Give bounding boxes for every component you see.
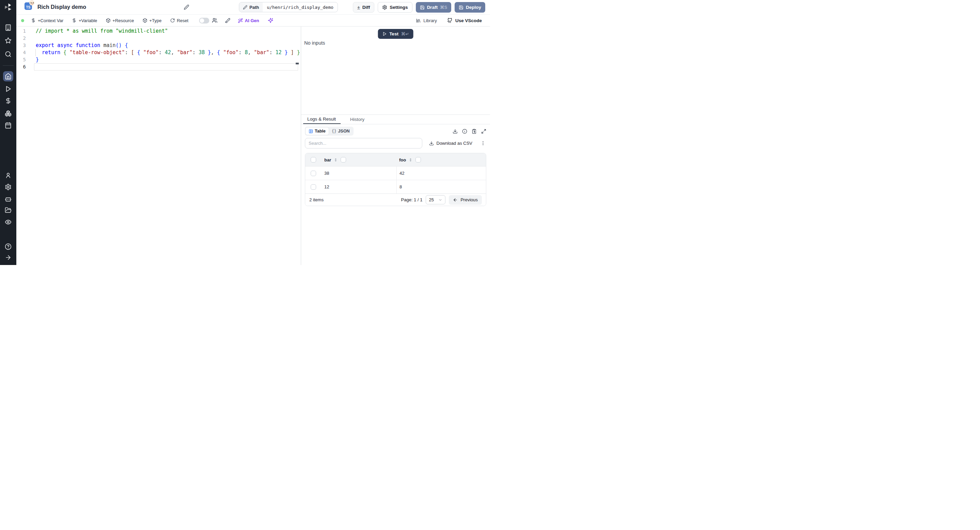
top-header: TS Rich Display demo Path u/henri/rich_d… bbox=[16, 0, 490, 14]
workers-robot-icon[interactable] bbox=[5, 196, 11, 202]
reset-button[interactable]: Reset bbox=[170, 18, 189, 23]
table-row[interactable]: 128 bbox=[305, 180, 486, 193]
add-variable-button[interactable]: +Variable bbox=[72, 18, 97, 23]
edit-title-pencil-icon[interactable] bbox=[184, 5, 189, 10]
format-brush-icon[interactable] bbox=[225, 18, 231, 23]
page-title: Rich Display demo bbox=[37, 4, 86, 10]
tab-history[interactable]: History bbox=[350, 115, 365, 124]
audit-eye-icon[interactable] bbox=[5, 219, 11, 225]
view-toggle: Table {} JSON bbox=[305, 127, 353, 136]
sort-icon[interactable] bbox=[334, 158, 338, 162]
magic-wand-icon bbox=[238, 18, 243, 23]
library-button[interactable]: Library bbox=[416, 18, 437, 23]
sidebar-item-home[interactable] bbox=[3, 71, 13, 81]
column-header-foo[interactable]: foo bbox=[396, 153, 486, 166]
search-input[interactable] bbox=[305, 138, 422, 148]
library-label: Library bbox=[423, 18, 437, 23]
user-icon[interactable] bbox=[5, 172, 11, 179]
test-button[interactable]: Test ⌘↵ bbox=[378, 29, 414, 39]
line-number: 2 bbox=[16, 35, 26, 42]
deploy-button[interactable]: Deploy bbox=[455, 2, 485, 13]
variables-dollar-icon[interactable] bbox=[5, 97, 11, 104]
previous-label: Previous bbox=[460, 197, 478, 202]
expand-icon[interactable] bbox=[481, 129, 486, 134]
resources-boxes-icon[interactable] bbox=[5, 110, 11, 117]
box-icon bbox=[143, 18, 147, 23]
download-csv-label: Download as CSV bbox=[437, 140, 473, 146]
path-label-segment: Path bbox=[239, 2, 263, 12]
code-line: } bbox=[36, 56, 39, 63]
status-dot bbox=[21, 19, 24, 22]
library-icon bbox=[416, 18, 421, 23]
runs-play-icon[interactable] bbox=[5, 86, 11, 92]
resource-label: +Resource bbox=[113, 18, 134, 23]
code-line: return { "table-row-object": [ { "foo": … bbox=[36, 49, 300, 56]
result-table: bar foo 3842128 2 items Page: 1 / 1 bbox=[305, 153, 486, 206]
row-checkbox[interactable] bbox=[311, 171, 316, 176]
results-section: Logs & Result History Table {} JSON bbox=[301, 115, 490, 265]
use-vscode-button[interactable]: Use VScode bbox=[447, 18, 482, 23]
view-json-segment[interactable]: {} JSON bbox=[329, 128, 353, 135]
dollar-icon bbox=[31, 18, 36, 23]
add-resource-button[interactable]: +Resource bbox=[106, 18, 134, 23]
search-icon[interactable] bbox=[5, 51, 11, 57]
row-checkbox[interactable] bbox=[311, 184, 316, 190]
braces-icon: {} bbox=[332, 129, 337, 134]
path-label: Path bbox=[250, 5, 259, 10]
table-cell: 8 bbox=[396, 180, 486, 193]
copy-clipboard-icon[interactable] bbox=[472, 129, 477, 134]
page-indicator: Page: 1 / 1 bbox=[401, 197, 423, 202]
diff-mode-toggle[interactable] bbox=[199, 18, 209, 24]
view-table-segment[interactable]: Table bbox=[305, 128, 329, 135]
windmill-logo-icon[interactable] bbox=[4, 3, 13, 11]
sort-icon[interactable] bbox=[408, 158, 413, 162]
scrollbar-cursor-mark bbox=[296, 63, 299, 64]
sidebar bbox=[0, 0, 16, 265]
line-number: 4 bbox=[16, 49, 26, 56]
favorites-star-icon[interactable] bbox=[5, 37, 11, 44]
column-label: foo bbox=[399, 157, 406, 163]
folders-icon[interactable] bbox=[5, 207, 11, 214]
schedules-calendar-icon[interactable] bbox=[5, 122, 11, 129]
table-row[interactable]: 3842 bbox=[305, 166, 486, 180]
code-editor[interactable]: 1// import * as wmill from "windmill-cli… bbox=[16, 27, 301, 265]
download-result-icon[interactable] bbox=[453, 129, 458, 134]
test-label: Test bbox=[389, 31, 398, 37]
sparkles-icon[interactable] bbox=[268, 18, 273, 23]
refresh-icon bbox=[170, 18, 175, 23]
github-icon bbox=[447, 18, 453, 23]
arrow-left-icon bbox=[453, 198, 458, 202]
select-all-checkbox[interactable] bbox=[311, 157, 316, 163]
more-options-kebab-icon[interactable] bbox=[480, 140, 485, 146]
expand-arrow-icon[interactable] bbox=[5, 254, 11, 261]
column-header-bar[interactable]: bar bbox=[321, 153, 396, 166]
line-number: 1 bbox=[16, 27, 26, 35]
download-csv-button[interactable]: Download as CSV bbox=[429, 140, 473, 146]
workspace-icon[interactable] bbox=[5, 24, 11, 31]
deploy-label: Deploy bbox=[466, 5, 481, 10]
info-icon[interactable] bbox=[462, 129, 467, 134]
settings-gear-icon[interactable] bbox=[5, 184, 11, 190]
users-icon[interactable] bbox=[212, 18, 218, 23]
line-number: 5 bbox=[16, 56, 26, 63]
diff-button[interactable]: ± Diff bbox=[353, 2, 375, 13]
draft-shortcut: ⌘S bbox=[440, 5, 447, 10]
column-toggle-checkbox[interactable] bbox=[415, 157, 421, 163]
settings-button[interactable]: Settings bbox=[378, 2, 412, 13]
ai-gen-button[interactable]: AI Gen bbox=[238, 18, 259, 23]
add-context-var-button[interactable]: +Context Var bbox=[31, 18, 63, 23]
items-count: 2 items bbox=[309, 197, 324, 202]
column-toggle-checkbox[interactable] bbox=[340, 157, 346, 163]
add-type-button[interactable]: +Type bbox=[143, 18, 162, 23]
inputs-section: Test ⌘↵ No inputs bbox=[301, 27, 490, 115]
help-icon[interactable] bbox=[5, 243, 11, 250]
column-label: bar bbox=[324, 157, 331, 163]
tab-logs-result[interactable]: Logs & Result bbox=[303, 115, 340, 124]
right-panel: Test ⌘↵ No inputs Logs & Result History … bbox=[301, 27, 490, 265]
editor-toolbar: +Context Var +Variable +Resource +Type R… bbox=[16, 14, 490, 27]
table-segment-label: Table bbox=[315, 129, 326, 134]
previous-page-button[interactable]: Previous bbox=[449, 195, 482, 205]
page-size-select[interactable]: 25 bbox=[426, 195, 445, 204]
path-chip[interactable]: Path u/henri/rich_display_demo bbox=[239, 2, 338, 12]
draft-button[interactable]: Draft ⌘S bbox=[416, 2, 451, 13]
